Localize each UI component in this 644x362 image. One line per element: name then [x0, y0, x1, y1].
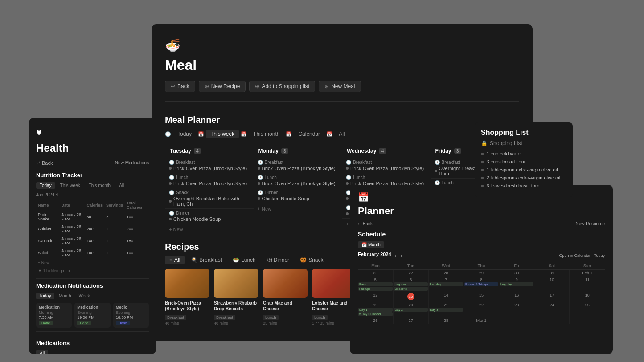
cal-day-wed: Wed — [428, 262, 464, 270]
dot-icon — [169, 182, 172, 185]
add-new-monday[interactable]: + New — [254, 203, 342, 214]
cal-day-cell[interactable]: 26 — [358, 270, 393, 277]
cal-day-cell[interactable]: 10 — [534, 277, 570, 292]
bullet-icon: ≡ — [481, 175, 484, 181]
open-in-calendar-button[interactable]: Open in Calendar — [559, 253, 591, 258]
notif-tab-month[interactable]: Month — [56, 293, 74, 299]
cal-day-cell[interactable]: 7 Leg day — [428, 277, 464, 292]
tab-calendar[interactable]: Calendar — [294, 130, 324, 138]
meal-item: 🕐 Breakfast Brick-Oven Pizza (Brooklyn S… — [254, 158, 342, 173]
add-new-tuesday[interactable]: + New — [165, 224, 254, 235]
cal-day-cell[interactable]: 29 — [464, 270, 499, 277]
planner-toolbar: ↩ Back New Resource — [358, 221, 605, 226]
shopping-list-subtitle: 🔒 Shopping List — [481, 140, 566, 146]
health-back-button[interactable]: ↩ Back — [36, 160, 53, 166]
bullet-icon: ≡ — [481, 183, 484, 189]
dot — [346, 197, 349, 200]
col-name: Name — [36, 200, 60, 211]
clock-icon: 🕐 — [165, 131, 171, 137]
cal-day-cell[interactable]: 23 — [499, 302, 534, 317]
cal-day-cell[interactable]: 30 — [499, 270, 534, 277]
recipe-tab-all[interactable]: ≡ All — [165, 256, 185, 264]
cal-day-cell[interactable]: 25 — [570, 302, 605, 317]
cal-day-cell[interactable]: 31 — [534, 270, 570, 277]
new-meal-button[interactable]: ⊕ New Meal — [319, 81, 361, 92]
col-cal: Calories — [85, 200, 104, 211]
dot-icon — [169, 200, 172, 203]
recipe-tab-snack[interactable]: 🥨 Snack — [295, 256, 328, 264]
cal-next-button[interactable]: › — [400, 252, 402, 259]
cal-day-cell[interactable]: 5 Back Pull-ups — [358, 277, 393, 292]
cal-day-cell[interactable]: 14 — [428, 292, 464, 302]
nutrition-tab-today[interactable]: Today — [36, 182, 55, 189]
recipe-tab-dinner[interactable]: 🍽 Dinner — [262, 256, 294, 264]
planner-inner: 📅 Planner ↩ Back New Resource Schedule 📅… — [350, 185, 613, 331]
tab-this-week[interactable]: This week — [206, 130, 239, 138]
recipe-card-biscuits[interactable]: Strawberry Rhubarb Drop Biscuits Breakfa… — [214, 269, 258, 325]
cal-day-cell[interactable]: 27 — [393, 270, 428, 277]
cal-day-cell[interactable]: 13 — [393, 292, 428, 302]
cal-prev-button[interactable]: ‹ — [395, 252, 397, 259]
add-shopping-button[interactable]: ⊕ Add to Shopping list — [249, 81, 315, 92]
recipe-tab-lunch[interactable]: 🥗 Lunch — [228, 256, 260, 264]
cal-day-cell[interactable]: 21 Day 3 — [428, 302, 464, 317]
cal-day-cell[interactable]: 24 — [534, 302, 570, 317]
cal-day-cell[interactable]: 28 — [428, 317, 464, 324]
cal-day-cell[interactable]: 28 — [428, 270, 464, 277]
hidden-group-toggle[interactable]: ▼ 1 hidden group — [36, 267, 149, 275]
nutrition-tab-week[interactable]: This week — [57, 182, 84, 189]
notif-tab-today[interactable]: Today — [36, 293, 54, 299]
cal-day-cell[interactable]: 12 — [358, 292, 393, 302]
new-medications-button[interactable]: New Medications — [115, 160, 149, 165]
cal-day-cell[interactable]: 6 Leg day Deadlifts — [393, 277, 428, 292]
new-resource-button[interactable]: New Resource — [575, 221, 605, 226]
back-button[interactable]: ↩ Back — [165, 81, 195, 92]
cal-day-cell — [570, 317, 605, 324]
cal-day-cell[interactable]: 11 — [570, 277, 605, 292]
notif-tab-week[interactable]: Week — [75, 293, 93, 299]
nutrition-tracker-title: Nutrition Tracker — [36, 172, 149, 179]
recipe-card-crab[interactable]: Crab Mac and Cheese Lunch 25 mins — [263, 269, 308, 325]
health-divider2 — [36, 331, 149, 332]
planner-back-button[interactable]: ↩ Back — [358, 221, 373, 226]
cal-day-cell[interactable]: Mar 1 — [464, 317, 499, 324]
meal-item: 🕐 Dinner Chicken Noodle Soup — [165, 209, 254, 224]
nutrition-tab-month[interactable]: This month — [85, 182, 114, 189]
med-notif-card-1: Medication Morning 7:30 AM Done — [36, 303, 72, 328]
cal-day-cell[interactable]: 27 — [393, 317, 428, 324]
med-filter-all[interactable]: All — [36, 350, 48, 354]
bullet-icon: ≡ — [481, 151, 484, 157]
today-button[interactable]: Today — [594, 253, 605, 258]
meal-item: 🕐 Breakfast Brick-Oven Pizza (Brooklyn S… — [342, 158, 431, 173]
meal-item: 🕐 Dinner Chicken Noodle Soup — [254, 188, 342, 203]
lock-icon: 🔒 — [481, 140, 488, 146]
cal-day-cell[interactable]: 15 — [464, 292, 499, 302]
cal-day-cell[interactable]: 18 — [570, 292, 605, 302]
cal-day-cell[interactable]: 26 — [358, 317, 393, 324]
cal-day-cell[interactable]: 8 Biceps & Triceps — [464, 277, 499, 292]
day-col-monday: Monday 3 🕐 Breakfast Brick-Oven Pizza (B… — [254, 144, 342, 235]
add-nutrition-button[interactable]: + New — [36, 259, 149, 267]
bullet-icon: ≡ — [481, 159, 484, 165]
cal-tab-month[interactable]: 📅 Month — [358, 241, 384, 248]
dot — [346, 212, 349, 215]
cal-day-cell[interactable]: 19 Day 1 5 Day Dumbbell — [358, 302, 393, 317]
table-row: Chicken January 26, 2024 200 1 200 — [36, 223, 149, 235]
calendar-grid: Mon Tue Wed Thu Fri Sat Sun 26 27 28 29 … — [358, 262, 605, 324]
meal-icon: 🍜 — [165, 38, 519, 53]
new-recipe-button[interactable]: ⊕ New Recipe — [199, 81, 246, 92]
tab-all[interactable]: All — [334, 130, 349, 138]
tab-this-month[interactable]: This month — [249, 130, 284, 138]
cal-day-cell[interactable]: 17 — [534, 292, 570, 302]
cal-day-cell[interactable]: 9 Leg day — [499, 277, 534, 292]
recipe-card-pizza[interactable]: Brick-Oven Pizza (Brooklyn Style) Breakf… — [165, 269, 209, 325]
cal-day-cell[interactable]: 16 — [499, 292, 534, 302]
cal-day-cell[interactable]: Feb 1 — [570, 270, 605, 277]
cal-icon3: 📅 — [286, 131, 292, 137]
col-serv: Servings — [104, 200, 125, 211]
tab-today[interactable]: Today — [173, 130, 196, 138]
nutrition-tab-all[interactable]: All — [115, 182, 127, 189]
recipe-tab-breakfast[interactable]: 🍳 Breakfast — [186, 256, 226, 264]
cal-day-cell[interactable]: 20 Day 2 — [393, 302, 428, 317]
cal-day-cell[interactable]: 22 — [464, 302, 499, 317]
